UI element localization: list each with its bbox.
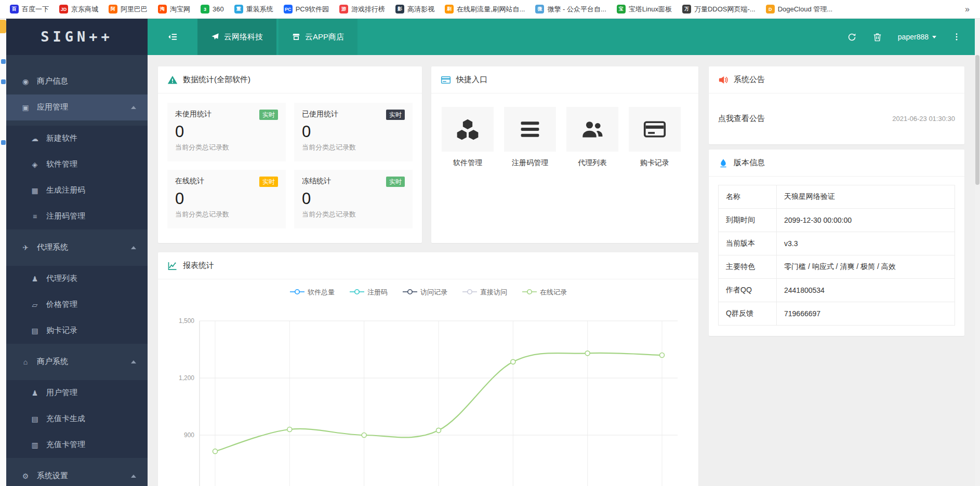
chevron-up-icon [131, 246, 136, 249]
gauge-icon: ◉ [21, 77, 30, 86]
bookmark-item-reinstall-system[interactable]: 重重装系统 [230, 3, 278, 16]
sidebar-item-regcode-management[interactable]: ≡注册码管理 [6, 204, 148, 230]
version-table: 名称天狼星网络验证到期时间2099-12-30 00:00:00当前版本v3.3… [718, 185, 955, 326]
bookmark-item-dogecloud[interactable]: DDogeCloud 管理... [761, 3, 838, 16]
bookmark-label: DogeCloud 管理... [778, 5, 833, 14]
notice-card: 系统公告 点我查看公告 2021-06-23 01:30:30 [709, 66, 964, 144]
notice-link[interactable]: 点我查看公告 [718, 114, 765, 124]
legend-item[interactable]: 在线记录 [522, 288, 567, 297]
bookmark-item-weiqin[interactable]: 微微擎 - 公众平台自... [531, 3, 611, 16]
shortcut-software-management[interactable]: 软件管理 [442, 107, 494, 168]
version-card-header: 版本信息 [709, 150, 964, 177]
bookmark-label: 万量DDOS网页端-... [694, 5, 756, 14]
trash-icon[interactable] [872, 32, 882, 42]
sidebar-item-recharge-card-management[interactable]: ▥充值卡管理 [6, 432, 148, 458]
sidebar-item-price-management[interactable]: ▱价格管理 [6, 292, 148, 318]
dock-icon[interactable] [1, 79, 6, 84]
sidebar-item-label: 商户系统 [37, 357, 68, 367]
sidebar-item-card-purchase-records[interactable]: ▤购卡记录 [6, 318, 148, 344]
dock-icon[interactable] [1, 59, 6, 64]
sidebar-item-merchant-system[interactable]: ⌂商户系统 [6, 349, 148, 375]
app-logo: SIGN++ [6, 19, 148, 55]
shortcut-agent-list[interactable]: 代理列表 [566, 107, 618, 168]
warning-triangle-icon [167, 75, 178, 85]
bookmark-item-baidu[interactable]: 百百度一下 [5, 3, 54, 16]
page-scrollbar[interactable] [975, 19, 980, 486]
version-row-value: 天狼星网络验证 [777, 185, 955, 209]
bookmark-item-ddos[interactable]: 万万量DDOS网页端-... [678, 3, 760, 16]
sidebar-submenu: ☁新建软件◈软件管理▦生成注册码≡注册码管理 [6, 126, 148, 230]
bookmark-item-alibaba[interactable]: 阿阿里巴巴 [104, 3, 152, 16]
sidebar-item-app-management[interactable]: ▣应用管理 [6, 95, 148, 120]
sidebar-item-user-management[interactable]: ♟用户管理 [6, 380, 148, 406]
sidebar-item-recharge-card-generate[interactable]: ▤充值卡生成 [6, 406, 148, 432]
shortcut-card-purchase-records[interactable]: 购卡记录 [629, 107, 681, 168]
sidebar-item-software-management[interactable]: ◈软件管理 [6, 152, 148, 178]
chart-area: 6009001,2001,500 [158, 301, 698, 486]
tab-cloud-network[interactable]: 云网络科技 [197, 19, 276, 55]
bookmark-item-jd[interactable]: JD京东商城 [55, 3, 103, 16]
users-icon: ♟ [30, 389, 39, 397]
chevron-up-icon [131, 106, 136, 109]
legend-item[interactable]: 访问记录 [402, 288, 447, 297]
bookmark-item-hd-video[interactable]: 影高清影视 [391, 3, 439, 16]
navbar-actions: paper888 [847, 32, 975, 42]
sidebar-item-label: 软件管理 [46, 159, 77, 169]
more-menu-icon[interactable] [952, 32, 961, 42]
version-row: 当前版本v3.3 [719, 232, 955, 255]
legend-label: 注册码 [367, 288, 388, 297]
card-icon: ▤ [30, 327, 39, 335]
menu-fold-button[interactable] [148, 19, 197, 55]
bookmark-item-traffic[interactable]: 刷在线刷流量,刷网站自... [440, 3, 529, 16]
dock-handle[interactable] [0, 20, 6, 33]
sidebar-item-label: 价格管理 [46, 300, 77, 309]
paper-plane-icon: ✈ [21, 244, 30, 252]
bookmarks-list: 百百度一下JD京东商城阿阿里巴巴淘淘宝网3360重重装系统PCPC9软件园游游戏… [5, 3, 960, 16]
sidebar-item-label: 充值卡生成 [46, 414, 85, 424]
bookmark-label: 在线刷流量,刷网站自... [457, 5, 525, 14]
content-right-column: 系统公告 点我查看公告 2021-06-23 01:30:30 版本信息 [709, 66, 964, 475]
bookmark-label: 百度一下 [22, 5, 49, 14]
legend-label: 在线记录 [540, 288, 567, 297]
tab-cloud-app-store[interactable]: 云APP商店 [279, 19, 357, 55]
realtime-badge: 实时 [259, 177, 278, 187]
browser-bookmarks-bar: 百百度一下JD京东商城阿阿里巴巴淘淘宝网3360重重装系统PCPC9软件园游游戏… [0, 0, 980, 19]
sidebar-item-merchant-info[interactable]: ◉商户信息 [6, 69, 148, 95]
refresh-icon[interactable] [847, 32, 857, 42]
bookmark-item-bt-panel[interactable]: 宝宝塔Linux面板 [612, 3, 677, 16]
legend-item[interactable]: 软件总量 [289, 288, 335, 297]
legend-label: 软件总量 [308, 288, 335, 297]
sidebar-item-generate-regcode[interactable]: ▦生成注册码 [6, 178, 148, 204]
notice-body: 点我查看公告 2021-06-23 01:30:30 [709, 93, 964, 143]
bookmark-label: 游戏排行榜 [351, 5, 385, 14]
legend-item[interactable]: 直接访问 [462, 288, 507, 297]
bookmark-item-game-rank[interactable]: 游游戏排行榜 [335, 3, 390, 16]
legend-marker-icon [349, 289, 365, 296]
version-row-value: v3.3 [777, 232, 955, 255]
dock-icon[interactable] [1, 140, 6, 145]
store-icon [292, 33, 300, 41]
shortcuts-body: 软件管理注册码管理代理列表购卡记录 [431, 93, 698, 181]
bookmarks-overflow-chevron[interactable]: » [960, 5, 975, 14]
screen: 百百度一下JD京东商城阿阿里巴巴淘淘宝网3360重重装系统PCPC9软件园游游戏… [0, 0, 980, 486]
bookmark-item-pc9[interactable]: PCPC9软件园 [279, 3, 334, 16]
sidebar-item-agent-list[interactable]: ♟代理列表 [6, 266, 148, 292]
bookmark-favicon: 微 [535, 5, 544, 14]
version-card: 版本信息 名称天狼星网络验证到期时间2099-12-30 00:00:00当前版… [709, 150, 964, 336]
cubes-icon: ◈ [30, 160, 39, 169]
legend-item[interactable]: 注册码 [349, 288, 388, 297]
bookmark-item-360[interactable]: 3360 [196, 3, 229, 15]
scrollbar-thumb[interactable] [975, 55, 979, 185]
version-row-label: 到期时间 [719, 209, 777, 232]
version-row-label: 当前版本 [719, 232, 777, 255]
bookmark-favicon: 刷 [445, 5, 454, 14]
sidebar-item-system-settings[interactable]: ⚙系统设置 [6, 463, 148, 486]
tab-label: 云APP商店 [305, 32, 344, 42]
user-dropdown[interactable]: paper888 [898, 33, 936, 41]
sidebar-item-new-software[interactable]: ☁新建软件 [6, 126, 148, 152]
bookmark-item-taobao[interactable]: 淘淘宝网 [153, 3, 195, 16]
sidebar-item-agent-system[interactable]: ✈代理系统 [6, 235, 148, 261]
version-row: 名称天狼星网络验证 [719, 185, 955, 209]
shortcuts-card-header: 快捷入口 [431, 66, 698, 93]
shortcut-regcode-management[interactable]: 注册码管理 [504, 107, 556, 168]
